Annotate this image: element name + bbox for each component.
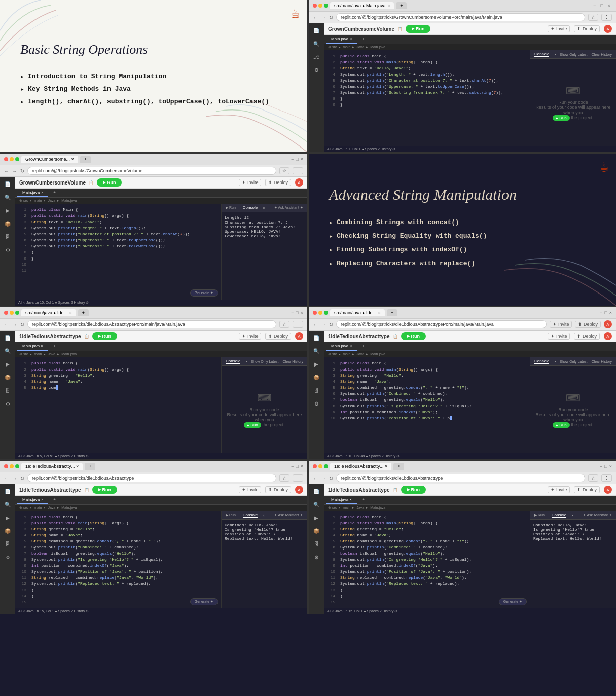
- run-inline-btn-4[interactable]: Run: [553, 422, 570, 428]
- sidebar-search-icon-6[interactable]: 🔍: [312, 500, 321, 509]
- tab-close-3[interactable]: ×: [69, 311, 72, 315]
- sidebar-db-icon-5[interactable]: 🗄: [3, 539, 12, 548]
- deploy-btn-2[interactable]: ⬆ Deploy: [265, 179, 291, 186]
- invite-btn-5[interactable]: ✦ Invite: [239, 486, 261, 493]
- close-dot-5[interactable]: [4, 464, 8, 468]
- max-btn-1[interactable]: □: [599, 3, 604, 8]
- sidebar-files-icon-4[interactable]: 📄: [312, 333, 321, 342]
- invite-btn-1[interactable]: ✦ Invite: [548, 25, 570, 32]
- file-tab-main-2[interactable]: Main.java ×: [17, 189, 48, 197]
- sidebar-run-icon-2[interactable]: ▶: [3, 206, 12, 215]
- back-btn-3[interactable]: ←: [4, 322, 9, 327]
- run-button-6[interactable]: Run: [401, 486, 426, 494]
- sidebar-pkg-icon-2[interactable]: 📦: [3, 219, 12, 228]
- close-dot-4[interactable]: [313, 311, 317, 315]
- sidebar-pkg-icon-3[interactable]: 📦: [3, 373, 12, 382]
- show-latest-1[interactable]: Show Only Latest: [560, 53, 588, 56]
- refresh-btn-1[interactable]: ↻: [329, 15, 333, 20]
- refresh-btn-6[interactable]: ↻: [329, 475, 333, 481]
- refresh-btn-4[interactable]: ↻: [329, 322, 333, 327]
- address-input-4[interactable]: [336, 320, 547, 328]
- bookmark-btn-5[interactable]: ☆: [279, 474, 289, 482]
- ask-assistant-2[interactable]: ✦ Ask Assistant ✦: [274, 206, 303, 210]
- file-tab-plus-2[interactable]: +: [48, 189, 61, 197]
- sidebar-run-icon-3[interactable]: ▶: [3, 359, 12, 369]
- console-close-2[interactable]: ×: [263, 206, 265, 210]
- minimize-dot[interactable]: [318, 4, 322, 8]
- new-tab-btn-2[interactable]: +: [80, 156, 91, 163]
- tab-close-1[interactable]: ×: [388, 4, 390, 8]
- run-inline-btn-1[interactable]: Run: [553, 115, 570, 121]
- address-input-6[interactable]: [336, 474, 585, 482]
- sidebar-run-icon-4[interactable]: ▶: [312, 359, 321, 369]
- address-input-3[interactable]: [27, 320, 276, 328]
- console-close-4[interactable]: ×: [554, 360, 556, 363]
- run-inline-btn-3[interactable]: Run: [244, 422, 261, 428]
- run-button-4[interactable]: Run: [401, 332, 426, 340]
- ask-assistant-5[interactable]: ✦ Ask Assistant ✦: [274, 513, 303, 517]
- code-editor-3[interactable]: 1public class Main { 2 public static voi…: [15, 357, 221, 453]
- max-btn-6[interactable]: □: [604, 464, 607, 469]
- new-tab-btn-3[interactable]: +: [78, 309, 89, 316]
- code-editor-6[interactable]: 1public class Main { 2 public static voi…: [324, 511, 530, 608]
- sidebar-settings-icon-2[interactable]: ⚙: [3, 245, 12, 254]
- deploy-btn-4a[interactable]: ⬆ Deploy: [575, 321, 601, 328]
- new-tab-btn-6[interactable]: +: [393, 463, 404, 470]
- close-btn-1[interactable]: ×: [606, 3, 612, 8]
- generate-btn-5[interactable]: Generate ✦: [190, 598, 218, 605]
- sidebar-search-icon[interactable]: 🔍: [312, 39, 321, 48]
- min-btn-2[interactable]: −: [291, 157, 294, 162]
- invite-btn-4a[interactable]: ✦ Invite: [550, 321, 572, 328]
- code-editor-1[interactable]: 1public class Main { 2 public static voi…: [324, 50, 530, 146]
- refresh-btn-5[interactable]: ↻: [20, 475, 24, 481]
- sidebar-search-icon-3[interactable]: 🔍: [3, 346, 12, 355]
- sidebar-settings-icon[interactable]: ⚙: [312, 65, 321, 75]
- console-close-1[interactable]: ×: [554, 53, 556, 56]
- bookmark-btn-6[interactable]: ☆: [588, 474, 598, 482]
- sidebar-db-icon-2[interactable]: 🗄: [3, 232, 12, 241]
- max-btn-4[interactable]: □: [604, 310, 607, 315]
- forward-btn-5[interactable]: →: [12, 475, 17, 481]
- close-btn-3[interactable]: ×: [301, 310, 303, 315]
- file-tab-main-5[interactable]: Main.java ×: [17, 496, 48, 504]
- bookmark-btn-2[interactable]: ☆: [279, 167, 289, 174]
- sidebar-settings-icon-6[interactable]: ⚙: [312, 553, 321, 562]
- forward-btn-3[interactable]: →: [12, 322, 17, 327]
- sidebar-settings-icon-4[interactable]: ⚙: [312, 399, 321, 408]
- min-btn-4[interactable]: −: [600, 310, 602, 315]
- close-btn-6[interactable]: ×: [609, 464, 612, 469]
- address-input-2[interactable]: [27, 167, 276, 175]
- back-btn-2[interactable]: ←: [4, 168, 9, 174]
- minimize-dot-3[interactable]: [10, 311, 14, 315]
- invite-btn-6[interactable]: ✦ Invite: [548, 486, 570, 493]
- console-close-5[interactable]: ×: [263, 514, 265, 517]
- maximize-dot-4[interactable]: [324, 311, 328, 315]
- run-button-5[interactable]: Run: [92, 486, 118, 494]
- bookmark-btn-1[interactable]: ☆: [588, 14, 598, 21]
- code-editor-4[interactable]: 1public class Main { 2 public static voi…: [324, 357, 530, 453]
- maximize-dot-3[interactable]: [15, 311, 19, 315]
- sidebar-db-icon-6[interactable]: 🗄: [312, 539, 321, 548]
- close-btn-2[interactable]: ×: [301, 157, 303, 162]
- sidebar-settings-icon-5[interactable]: ⚙: [3, 553, 12, 562]
- console-tab-5[interactable]: Console: [243, 512, 258, 518]
- active-tab-3[interactable]: src/main/java ▸ Ide... ×: [21, 309, 76, 316]
- file-tab-plus-6[interactable]: +: [357, 496, 370, 504]
- sidebar-search-icon-2[interactable]: 🔍: [3, 193, 12, 202]
- console-tab-6[interactable]: Console: [552, 512, 566, 518]
- file-tab-plus-5[interactable]: +: [48, 496, 61, 504]
- sidebar-files-icon[interactable]: 📄: [312, 26, 321, 35]
- min-btn-6[interactable]: −: [600, 464, 602, 469]
- active-tab-2[interactable]: GrownCumbersome... ×: [21, 156, 78, 163]
- active-tab-6[interactable]: 1IdleTediousAbstractty... ×: [330, 463, 391, 470]
- show-latest-4[interactable]: Show Only Latest: [560, 360, 588, 363]
- forward-btn-6[interactable]: →: [321, 475, 326, 481]
- refresh-btn-2[interactable]: ↻: [20, 168, 24, 174]
- deploy-btn-1[interactable]: ⬆ Deploy: [574, 25, 600, 32]
- max-btn-3[interactable]: □: [296, 310, 298, 315]
- invite-btn-4[interactable]: ✦ Invite: [548, 333, 570, 340]
- console-close-6[interactable]: ×: [571, 514, 573, 517]
- deploy-btn-5[interactable]: ⬆ Deploy: [265, 486, 291, 493]
- back-btn-5[interactable]: ←: [4, 475, 9, 481]
- minimize-dot-2[interactable]: [10, 157, 14, 161]
